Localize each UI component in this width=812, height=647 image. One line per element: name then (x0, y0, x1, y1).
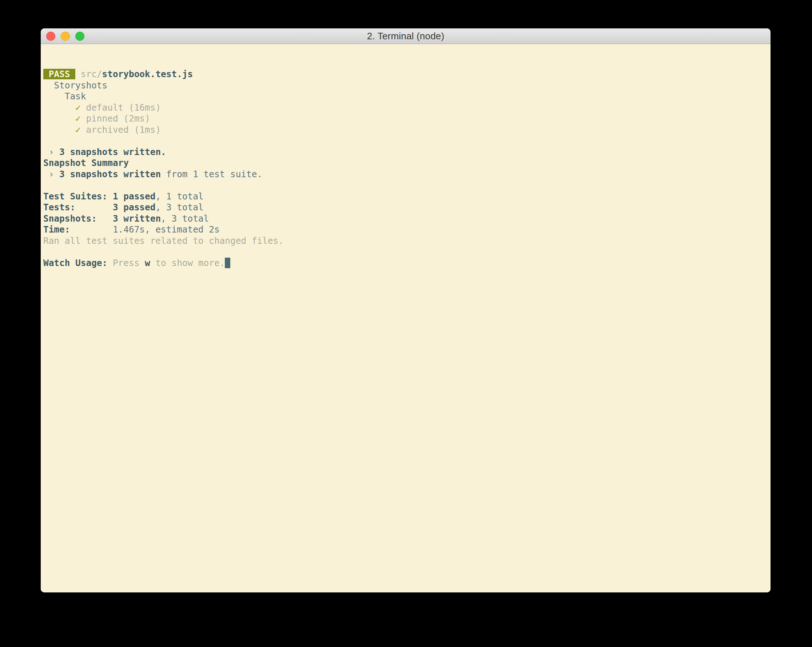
terminal-text: 3 snapshots written. (59, 147, 166, 157)
terminal-text: 3 snapshots written (59, 169, 161, 179)
terminal-text: Task (43, 91, 86, 101)
terminal-row: Ran all test suites related to changed f… (43, 236, 771, 247)
terminal-row: › 3 snapshots written from 1 test suite. (43, 169, 771, 180)
terminal-text: , 1 total (155, 191, 203, 202)
terminal-row (43, 180, 771, 191)
terminal-row: Snapshots: 3 written, 3 total (43, 213, 771, 225)
terminal-text: Snapshots: (43, 213, 113, 224)
terminal-text: w (145, 258, 150, 268)
traffic-lights (46, 28, 84, 44)
terminal-text (43, 124, 75, 135)
terminal-text: Ran all test suites related to changed f… (43, 236, 284, 246)
terminal-row: Test Suites: 1 passed, 1 total (43, 191, 771, 202)
terminal-text: 3 written (113, 213, 161, 224)
terminal-text: › (43, 169, 59, 179)
terminal-text: Press (113, 258, 145, 268)
window-title: 2. Terminal (node) (367, 31, 444, 42)
check-icon: ✓ (75, 124, 81, 135)
terminal-text (43, 102, 75, 113)
pass-badge: PASS (43, 69, 75, 80)
terminal-row: Task (43, 91, 771, 102)
terminal-text (75, 69, 81, 80)
terminal-text: src/ (81, 69, 102, 80)
terminal-text: Watch Usage: (43, 258, 113, 268)
terminal-row: › 3 snapshots written. (43, 147, 771, 158)
terminal-row: ✓ archived (1ms) (43, 124, 771, 136)
terminal-text (81, 102, 86, 113)
terminal-text: , 3 total (161, 213, 209, 224)
desktop-background: { "window": { "title": "2. Terminal (nod… (0, 0, 812, 647)
check-icon: ✓ (75, 102, 81, 113)
terminal-row: Snapshot Summary (43, 158, 771, 169)
terminal-text: Test Suites: (43, 191, 113, 202)
terminal-row (43, 135, 771, 147)
terminal-text: Storyshots (43, 80, 107, 90)
terminal-text (43, 113, 75, 124)
terminal-text (81, 113, 86, 124)
terminal-row: ✓ pinned (2ms) (43, 113, 771, 124)
title-bar[interactable]: 2. Terminal (node) (41, 28, 771, 44)
terminal-output: PASS src/storybook.test.js Storyshots Ta… (43, 69, 771, 269)
terminal-row (43, 246, 771, 258)
terminal-text: 3 passed (113, 202, 155, 213)
terminal-text: 1 passed (113, 191, 155, 202)
terminal-screen[interactable]: PASS src/storybook.test.js Storyshots Ta… (41, 44, 771, 592)
terminal-window: 2. Terminal (node) PASS src/storybook.te… (41, 28, 771, 592)
close-button[interactable] (46, 32, 55, 41)
terminal-text: to show more. (150, 258, 225, 268)
terminal-text: archived (1ms) (86, 124, 161, 135)
terminal-row: Storyshots (43, 80, 771, 91)
terminal-text: 1.467s, estimated 2s (113, 224, 220, 235)
terminal-row: Watch Usage: Press w to show more. (43, 258, 771, 269)
terminal-cursor (225, 258, 230, 268)
check-icon: ✓ (75, 113, 81, 124)
terminal-text: › (43, 147, 59, 157)
terminal-row: Tests: 3 passed, 3 total (43, 202, 771, 213)
terminal-row: PASS src/storybook.test.js (43, 69, 771, 80)
terminal-row: Time: 1.467s, estimated 2s (43, 224, 771, 236)
terminal-text: , 3 total (155, 202, 203, 213)
zoom-button[interactable] (75, 32, 84, 41)
terminal-row: ✓ default (16ms) (43, 102, 771, 113)
terminal-text: default (16ms) (86, 102, 161, 113)
terminal-text: from 1 test suite. (161, 169, 262, 179)
terminal-text: storybook.test.js (102, 69, 193, 80)
terminal-text: Time: (43, 224, 113, 235)
terminal-text: pinned (2ms) (86, 113, 150, 124)
terminal-text (81, 124, 86, 135)
terminal-text: Snapshot Summary (43, 158, 129, 168)
minimize-button[interactable] (61, 32, 70, 41)
terminal-text: Tests: (43, 202, 113, 213)
